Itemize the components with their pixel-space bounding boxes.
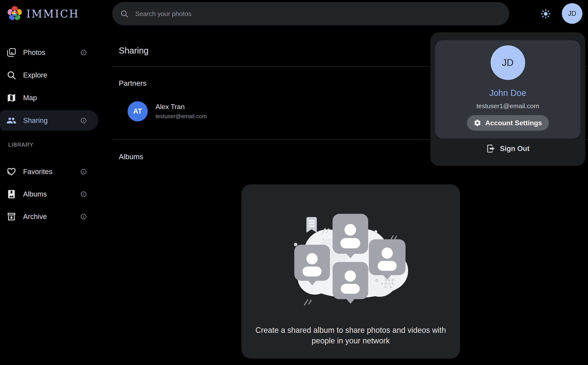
account-menu: JD John Doe testuser1@email.com Account … — [430, 32, 585, 166]
explore-icon — [7, 70, 16, 80]
info-icon[interactable] — [80, 117, 87, 124]
albums-icon — [7, 189, 16, 199]
search-input[interactable] — [135, 10, 509, 18]
info-icon[interactable] — [80, 191, 87, 198]
account-name: John Doe — [435, 88, 581, 98]
account-email: testuser1@email.com — [435, 102, 581, 110]
account-avatar-initials: JD — [502, 57, 514, 68]
sun-icon — [540, 9, 551, 19]
info-icon[interactable] — [80, 168, 87, 175]
user-avatar-button[interactable]: JD — [562, 3, 582, 24]
immich-app: IMMICH JD — [0, 0, 588, 365]
sidebar: Photos Explore Map — [0, 28, 99, 365]
shared-albums-empty-state: Create a shared album to share photos an… — [242, 184, 460, 358]
brand-name: IMMICH — [26, 8, 79, 20]
archive-icon — [7, 212, 16, 222]
account-settings-label: Account Settings — [485, 119, 542, 127]
sidebar-item-map[interactable]: Map — [0, 87, 99, 108]
photos-icon — [7, 48, 16, 57]
sidebar-item-archive[interactable]: Archive — [0, 206, 99, 227]
immich-logo[interactable]: IMMICH — [6, 5, 79, 23]
search-bar[interactable] — [112, 2, 509, 25]
partner-meta: Alex Tran testuser@email.com — [155, 103, 207, 120]
account-card: JD John Doe testuser1@email.com Account … — [435, 40, 581, 138]
page-title: Sharing — [119, 46, 149, 56]
partners-heading: Partners — [119, 79, 147, 87]
partner-email: testuser@email.com — [155, 113, 207, 120]
partner-row[interactable]: AT Alex Tran testuser@email.com — [119, 98, 313, 124]
partner-name: Alex Tran — [155, 103, 207, 111]
partner-initials: AT — [133, 107, 142, 115]
map-icon — [7, 93, 16, 103]
sign-out-label: Sign Out — [500, 145, 529, 153]
sidebar-item-favorites[interactable]: Favorites — [0, 161, 99, 182]
sidebar-item-explore[interactable]: Explore — [0, 65, 99, 85]
sharing-icon — [7, 116, 16, 126]
sidebar-library-header: LIBRARY — [8, 142, 34, 148]
sidebar-item-label: Explore — [23, 71, 47, 79]
sidebar-item-label: Sharing — [23, 116, 48, 125]
sidebar-item-sharing[interactable]: Sharing — [0, 110, 98, 131]
gear-icon — [474, 119, 481, 127]
sidebar-item-label: Albums — [23, 190, 47, 198]
info-icon[interactable] — [80, 49, 87, 56]
partner-avatar: AT — [128, 101, 148, 121]
empty-state-message: Create a shared album to share photos an… — [254, 325, 448, 346]
albums-heading: Albums — [119, 153, 143, 161]
sidebar-item-label: Archive — [23, 212, 47, 221]
sidebar-item-photos[interactable]: Photos — [0, 42, 99, 63]
theme-toggle-button[interactable] — [540, 9, 551, 19]
info-icon[interactable] — [80, 213, 87, 220]
favorites-icon — [7, 167, 16, 177]
sidebar-item-label: Favorites — [23, 168, 52, 176]
search-icon — [120, 9, 129, 18]
account-settings-button[interactable]: Account Settings — [467, 115, 549, 131]
avatar-initials: JD — [568, 10, 576, 17]
sidebar-item-label: Map — [23, 94, 37, 102]
immich-flower-icon — [6, 5, 23, 23]
sign-out-icon — [486, 144, 496, 153]
sign-out-button[interactable]: Sign Out — [430, 142, 585, 155]
sidebar-item-label: Photos — [23, 48, 45, 56]
account-avatar: JD — [491, 45, 525, 80]
sidebar-item-albums[interactable]: Albums — [0, 184, 99, 204]
top-app-bar: IMMICH JD — [0, 0, 588, 28]
